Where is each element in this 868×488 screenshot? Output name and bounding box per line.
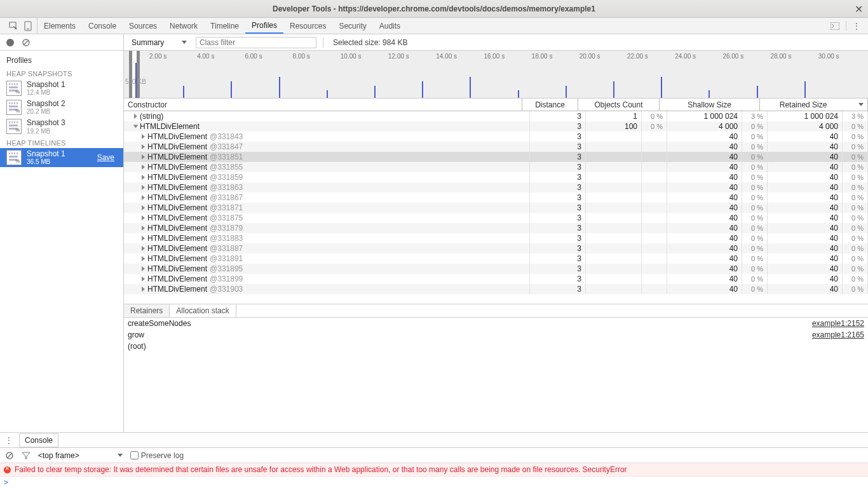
record-icon[interactable]: [6, 39, 14, 46]
tab-sources[interactable]: Sources: [123, 18, 163, 34]
table-row[interactable]: HTMLDivElement@3318673400 %400 %: [124, 193, 868, 203]
disclosure-icon[interactable]: [133, 125, 139, 128]
sidebar-item[interactable]: Snapshot 319.2 MB: [0, 117, 123, 136]
console-toggle-icon[interactable]: [831, 22, 839, 30]
console-prompt[interactable]: >: [0, 477, 868, 488]
disclosure-icon[interactable]: [142, 175, 145, 180]
tab-audits[interactable]: Audits: [373, 18, 407, 34]
tab-allocation-stack[interactable]: Allocation stack: [170, 304, 236, 317]
stack-row[interactable]: growexample1:2165: [124, 329, 868, 341]
device-icon[interactable]: [24, 21, 32, 31]
sidebar-item[interactable]: Snapshot 112.4 MB: [0, 79, 123, 98]
table-row[interactable]: HTMLDivElement@3319033400 %400 %: [124, 284, 868, 294]
disclosure-icon[interactable]: [142, 144, 145, 149]
tab-network[interactable]: Network: [163, 18, 204, 34]
save-link[interactable]: Save: [97, 153, 114, 162]
table-row[interactable]: HTMLDivElement@3318913400 %400 %: [124, 254, 868, 264]
disclosure-icon[interactable]: [142, 154, 145, 159]
disclosure-icon[interactable]: [142, 195, 145, 200]
cell-retained: 40: [768, 274, 843, 284]
stack-location-link[interactable]: example1:2152: [812, 319, 864, 328]
cell-retained-pct: 0 %: [843, 182, 868, 193]
table-row[interactable]: HTMLDivElement@3318793400 %400 %: [124, 223, 868, 233]
disclosure-icon[interactable]: [142, 256, 145, 261]
disclosure-icon[interactable]: [142, 134, 145, 139]
close-icon[interactable]: ✕: [855, 3, 863, 15]
cell-objcount: [586, 254, 642, 264]
table-row[interactable]: HTMLDivElement@3318953400 %400 %: [124, 264, 868, 274]
disclosure-icon[interactable]: [142, 287, 145, 292]
console-tab[interactable]: Console: [19, 433, 58, 447]
disclosure-icon[interactable]: [142, 226, 145, 231]
sidebar-item[interactable]: Snapshot 136.5 MBSave: [0, 148, 123, 167]
constructor-label: HTMLDivElement: [147, 214, 207, 222]
col-objects-count[interactable]: Objects Count: [578, 98, 660, 111]
col-constructor[interactable]: Constructor: [124, 98, 522, 111]
drawer-menu-icon[interactable]: ⋮: [5, 436, 13, 445]
disclosure-icon[interactable]: [142, 246, 145, 251]
col-retained-label: Retained Size: [780, 100, 827, 109]
table-row[interactable]: HTMLDivElement@3318473400 %400 %: [124, 142, 868, 152]
disclosure-icon[interactable]: [142, 276, 145, 281]
preserve-log-checkbox[interactable]: Preserve log: [130, 451, 184, 460]
filter-icon[interactable]: [22, 451, 31, 460]
tab-timeline[interactable]: Timeline: [204, 18, 245, 34]
cell-objcount-pct: [642, 132, 667, 142]
tab-retainers[interactable]: Retainers: [124, 304, 170, 317]
cell-shallow-pct: 0 %: [742, 121, 768, 132]
table-row[interactable]: HTMLDivElement@3318553400 %400 %: [124, 162, 868, 172]
clear-console-icon[interactable]: [5, 451, 14, 460]
sidebar-group-label: HEAP TIMELINES: [0, 137, 123, 148]
separator: [323, 37, 323, 48]
disclosure-icon[interactable]: [142, 266, 145, 271]
cell-retained-pct: 0 %: [843, 172, 868, 182]
cell-shallow: 40: [667, 142, 742, 152]
table-row[interactable]: HTMLDivElement@3318873400 %400 %: [124, 243, 868, 254]
table-row[interactable]: (string)310 %1 000 0243 %1 000 0243 %: [124, 111, 868, 121]
table-row[interactable]: HTMLDivElement@3318713400 %400 %: [124, 203, 868, 213]
disclosure-icon[interactable]: [142, 185, 145, 190]
frame-selector[interactable]: <top frame>: [38, 451, 123, 460]
col-distance[interactable]: Distance: [522, 98, 578, 111]
col-retained-size[interactable]: Retained Size: [760, 98, 868, 111]
tab-profiles[interactable]: Profiles: [245, 18, 283, 34]
table-row[interactable]: HTMLDivElement31000 %4 0000 %4 0000 %: [124, 121, 868, 132]
inspect-icon[interactable]: [9, 22, 18, 30]
sidebar-item[interactable]: Snapshot 220.2 MB: [0, 98, 123, 117]
allocation-timeline[interactable]: 2.00 s4.00 s6.00 s8.00 s10.00 s12.00 s14…: [124, 51, 868, 98]
cell-retained-pct: 0 %: [843, 223, 868, 233]
table-row[interactable]: HTMLDivElement@3318833400 %400 %: [124, 233, 868, 243]
menu-icon[interactable]: ⋮: [853, 22, 860, 30]
stack-location-link[interactable]: example1:2165: [812, 330, 864, 339]
preserve-log-input[interactable]: [130, 451, 139, 459]
tab-elements[interactable]: Elements: [37, 18, 82, 34]
stack-row[interactable]: createSomeNodesexample1:2152: [124, 318, 868, 329]
table-row[interactable]: HTMLDivElement@3318753400 %400 %: [124, 213, 868, 223]
col-shallow-size[interactable]: Shallow Size: [660, 98, 760, 111]
table-row[interactable]: HTMLDivElement@3318993400 %400 %: [124, 274, 868, 284]
cell-retained: 40: [768, 142, 843, 152]
cell-retained: 40: [768, 213, 843, 223]
view-dropdown-label: Summary: [132, 38, 164, 47]
svg-line-5: [24, 40, 29, 45]
tab-security[interactable]: Security: [332, 18, 372, 34]
console-error-row[interactable]: Failed to clear temp storage: It was det…: [0, 463, 868, 477]
clear-icon[interactable]: [22, 38, 31, 47]
grid-body[interactable]: (string)310 %1 000 0243 %1 000 0243 %HTM…: [124, 111, 868, 304]
table-row[interactable]: HTMLDivElement@3318633400 %400 %: [124, 182, 868, 193]
class-filter-input[interactable]: [196, 37, 316, 48]
disclosure-icon[interactable]: [142, 165, 145, 170]
table-row[interactable]: HTMLDivElement@3318433400 %400 %: [124, 132, 868, 142]
disclosure-icon[interactable]: [134, 114, 137, 119]
disclosure-icon[interactable]: [142, 205, 145, 210]
disclosure-icon[interactable]: [142, 215, 145, 220]
view-dropdown[interactable]: Summary: [129, 37, 189, 48]
tab-console[interactable]: Console: [82, 18, 123, 34]
table-row[interactable]: HTMLDivElement@3318593400 %400 %: [124, 172, 868, 182]
tab-resources[interactable]: Resources: [283, 18, 332, 34]
sort-desc-icon: [858, 103, 864, 106]
stack-row[interactable]: (root): [124, 341, 868, 352]
constructor-label: HTMLDivElement: [147, 274, 207, 283]
disclosure-icon[interactable]: [142, 236, 145, 241]
table-row[interactable]: HTMLDivElement@3318513400 %400 %: [124, 152, 868, 162]
